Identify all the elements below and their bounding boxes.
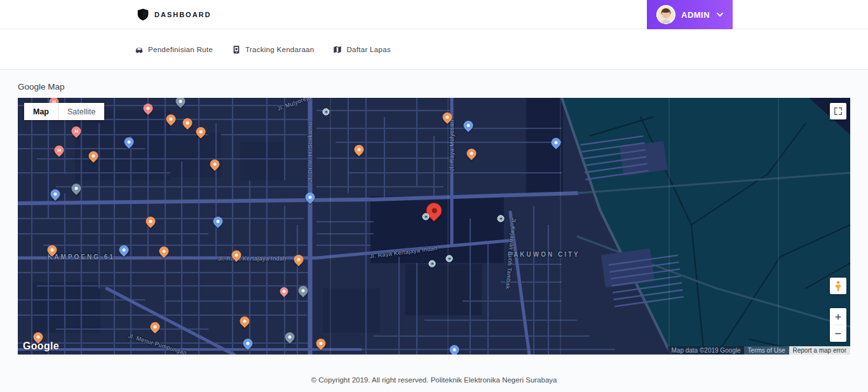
page-title: Google Map (18, 82, 850, 91)
car-icon (135, 45, 144, 54)
map-marker-food[interactable] (183, 118, 193, 128)
copyright-text: © Copyright 2019. All right reserved. Po… (311, 376, 557, 384)
map-marker-food[interactable] (467, 149, 477, 158)
zoom-control: + − (830, 308, 846, 342)
map-marker-food[interactable] (89, 151, 98, 161)
report-map-error-link[interactable]: Report a map error (789, 346, 850, 355)
zoom-in-button[interactable]: + (830, 308, 846, 325)
map-marker-poi[interactable] (429, 260, 436, 267)
terms-of-use-link[interactable]: Terms of Use (744, 346, 789, 355)
map-marker-shop[interactable] (243, 339, 253, 348)
zoom-out-button[interactable]: − (830, 325, 846, 342)
nav-item-daftar-lapas[interactable]: Daftar Lapas (333, 45, 390, 54)
google-logo[interactable]: Google (23, 341, 59, 352)
nav-label: Pendefinisian Rute (148, 46, 213, 53)
main-content: Google Map (0, 82, 868, 355)
map-marker-pink[interactable] (280, 287, 288, 295)
fullscreen-button[interactable] (830, 103, 846, 119)
brand-title: DASHBOARD (154, 11, 212, 18)
map-street-label: Jl. Dr. Ir. H. Soekarno (307, 122, 313, 182)
map-marker-food[interactable] (146, 217, 156, 226)
map-roads-layer (18, 98, 850, 355)
map-marker-hospital[interactable]: H (55, 145, 64, 155)
map-marker-flag[interactable] (144, 104, 153, 113)
map-marker-shop[interactable] (119, 245, 129, 255)
nav-item-tracking-kendaraan[interactable]: Tracking Kendaraan (232, 45, 315, 54)
brand[interactable]: DASHBOARD (137, 8, 212, 22)
map-marker-food[interactable] (159, 247, 169, 256)
app-footer: © Copyright 2019. All right reserved. Po… (0, 355, 868, 384)
map-marker-food[interactable] (196, 127, 206, 137)
tracker-icon (232, 45, 241, 54)
pegman-icon (834, 281, 842, 292)
map-street-label: Jl. Raya Mulyosari (449, 120, 455, 172)
map-marker-transit[interactable] (176, 98, 186, 106)
map-marker-shop[interactable] (552, 138, 561, 147)
map-marker-poi[interactable] (423, 213, 430, 220)
map-attribution: Map data ©2019 Google Terms of Use Repor… (668, 346, 850, 355)
map-marker-food[interactable] (443, 112, 452, 122)
map-marker-transit[interactable] (285, 332, 295, 342)
app-header: DASHBOARD ADMIN (0, 0, 868, 29)
map-marker-food[interactable] (232, 250, 241, 260)
nav-item-pendefinisian-rute[interactable]: Pendefinisian Rute (135, 45, 213, 54)
map-street-label: Jl. Raya Kertajaya Indah (218, 255, 287, 262)
map-area-label: PAKUWON CITY (508, 251, 580, 258)
map-marker-food[interactable] (210, 159, 220, 169)
map-area-label: KAMPOENG 61 (48, 253, 115, 260)
map-marker-poi[interactable] (446, 255, 453, 262)
map-marker-food[interactable] (316, 339, 326, 348)
map-marker-food[interactable] (240, 316, 250, 326)
map-type-control: Map Satellite (24, 103, 104, 120)
map-type-map-button[interactable]: Map (24, 103, 58, 120)
map-marker-food[interactable] (151, 322, 160, 332)
admin-username: ADMIN (681, 10, 710, 20)
nav-label: Tracking Kendaraan (245, 46, 315, 53)
map-marker-shop[interactable] (306, 193, 315, 202)
admin-menu-button[interactable]: ADMIN (647, 0, 733, 29)
map-canvas[interactable]: KAMPOENG 61PAKUWON CITYJl. Raya Kertajay… (18, 98, 850, 355)
map-type-satellite-button[interactable]: Satellite (58, 103, 104, 120)
map-marker-shop[interactable] (125, 137, 134, 147)
fullscreen-icon (834, 107, 843, 116)
main-nav: Pendefinisian Rute Tracking Kendaraan Da… (0, 29, 868, 70)
chevron-down-icon (717, 13, 723, 17)
nav-label: Daftar Lapas (346, 46, 390, 53)
map-marker-food[interactable] (355, 145, 364, 154)
map-marker-shop[interactable] (464, 121, 473, 130)
map-marker-transit[interactable] (299, 286, 308, 295)
map-marker-hospital[interactable]: H (72, 126, 81, 136)
map-marker-food[interactable] (166, 114, 176, 124)
map-data-text: Map data ©2019 Google (668, 346, 743, 355)
map-marker-main[interactable] (409, 203, 460, 219)
map-marker-poi[interactable] (498, 215, 505, 222)
folded-map-icon (333, 45, 342, 54)
map-marker-shop[interactable] (214, 217, 223, 226)
map-marker-food[interactable] (294, 255, 304, 264)
map-marker-poi[interactable] (323, 109, 330, 116)
pegman-street-view-button[interactable] (830, 278, 846, 294)
user-avatar (656, 5, 675, 24)
map-marker-shop[interactable] (51, 189, 60, 199)
map-marker-shop[interactable] (450, 345, 459, 355)
map-marker-food[interactable] (48, 245, 57, 255)
map-marker-transit[interactable] (72, 184, 81, 193)
shield-logo-icon (137, 8, 149, 22)
